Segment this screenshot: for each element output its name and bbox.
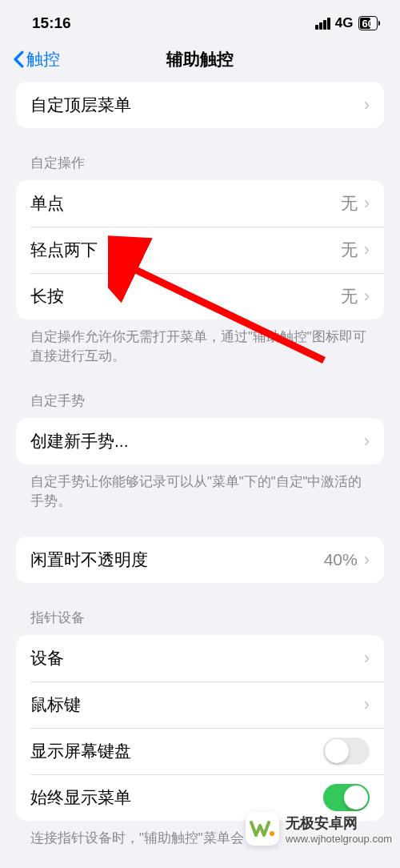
devices-row[interactable]: 设备 ›	[16, 635, 384, 681]
chevron-right-icon: ›	[364, 241, 370, 259]
row-value: 无	[341, 192, 358, 215]
nav-bar: 触控 辅助触控	[0, 40, 400, 82]
chevron-right-icon: ›	[364, 551, 370, 569]
chevron-right-icon: ›	[364, 96, 370, 114]
custom-actions-header: 自定操作	[0, 128, 400, 180]
status-indicators: 4G 60	[315, 15, 378, 31]
chevron-right-icon: ›	[364, 696, 370, 713]
status-bar: 15:16 4G 60	[0, 0, 400, 40]
svg-point-1	[270, 831, 274, 836]
idle-opacity-group: 闲置时不透明度 40% ›	[16, 536, 384, 583]
row-label: 鼠标键	[30, 693, 364, 716]
row-label: 创建新手势...	[30, 430, 364, 452]
double-tap-row[interactable]: 轻点两下 无 ›	[16, 227, 384, 273]
top-menu-group: 自定顶层菜单 ›	[16, 82, 384, 128]
custom-top-menu-row[interactable]: 自定顶层菜单 ›	[16, 82, 384, 128]
custom-gestures-header: 自定手势	[0, 366, 400, 418]
status-time: 15:16	[32, 14, 71, 32]
always-show-menu-toggle[interactable]	[323, 784, 370, 811]
row-label: 轻点两下	[30, 239, 341, 261]
signal-icon	[315, 18, 330, 30]
chevron-right-icon: ›	[364, 195, 370, 212]
page-title: 辅助触控	[166, 48, 234, 70]
show-keyboard-toggle[interactable]	[323, 737, 370, 765]
chevron-right-icon: ›	[364, 287, 370, 305]
watermark: 无极安卓网 www.wjhotelgroup.com	[246, 812, 392, 846]
row-label: 显示屏幕键盘	[30, 740, 323, 762]
row-value: 40%	[324, 550, 358, 569]
row-value: 无	[341, 285, 358, 307]
watermark-logo-icon	[246, 812, 279, 846]
custom-gestures-group: 创建新手势... ›	[16, 418, 384, 464]
chevron-right-icon: ›	[364, 649, 370, 667]
chevron-right-icon: ›	[364, 432, 370, 450]
back-label: 触控	[26, 48, 60, 70]
row-label: 设备	[30, 647, 364, 669]
pointer-devices-group: 设备 › 鼠标键 › 显示屏幕键盘 始终显示菜单	[16, 635, 384, 821]
battery-icon: 60	[358, 16, 378, 30]
row-label: 闲置时不透明度	[30, 549, 324, 571]
watermark-url: www.wjhotelgroup.com	[286, 833, 392, 845]
custom-actions-footer: 自定操作允许你无需打开菜单，通过"辅助触控"图标即可直接进行互动。	[0, 319, 400, 366]
custom-gestures-footer: 自定手势让你能够记录可以从"菜单"下的"自定"中激活的手势。	[0, 464, 400, 511]
long-press-row[interactable]: 长按 无 ›	[16, 273, 384, 319]
create-gesture-row[interactable]: 创建新手势... ›	[16, 418, 384, 464]
single-tap-row[interactable]: 单点 无 ›	[16, 180, 384, 227]
row-label: 长按	[30, 285, 341, 307]
watermark-name: 无极安卓网	[286, 814, 392, 833]
mouse-keys-row[interactable]: 鼠标键 ›	[16, 681, 384, 728]
row-label: 始终显示菜单	[30, 786, 323, 809]
idle-opacity-row[interactable]: 闲置时不透明度 40% ›	[16, 536, 384, 583]
pointer-devices-header: 指针设备	[0, 583, 400, 635]
show-keyboard-row: 显示屏幕键盘	[16, 728, 384, 774]
chevron-left-icon	[13, 50, 25, 68]
row-label: 自定顶层菜单	[30, 94, 364, 116]
back-button[interactable]: 触控	[13, 48, 60, 70]
network-label: 4G	[335, 15, 354, 31]
row-label: 单点	[30, 192, 341, 215]
custom-actions-group: 单点 无 › 轻点两下 无 › 长按 无 ›	[16, 180, 384, 319]
row-value: 无	[341, 239, 358, 261]
